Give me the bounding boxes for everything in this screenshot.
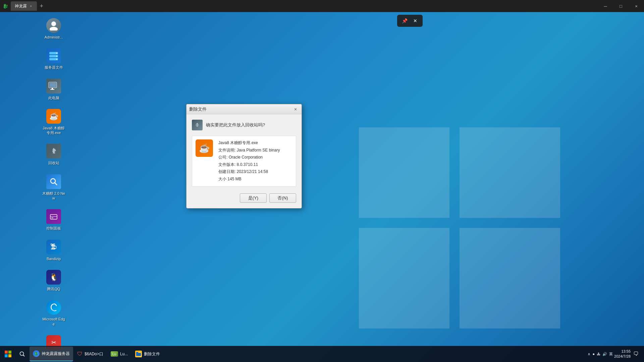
dialog-title: 删除文件 [189, 106, 292, 112]
dialog-question: 确实要把此文件放入回收站吗? [192, 120, 296, 130]
delete-file-dialog: 删除文件 × 确实要把此文件放入回收站吗? ☕ Jav [186, 104, 302, 208]
file-name: Java8 木糖醇专用.exe [218, 139, 280, 147]
dialog-titlebar: 删除文件 × [186, 104, 302, 114]
file-created: 创建日期: 2023/12/21 14:58 [218, 168, 280, 176]
file-description: 文件说明: Java Platform SE binary [218, 147, 280, 154]
no-button[interactable]: 否(N) [269, 193, 296, 203]
file-company: 公司: Oracle Corporation [218, 154, 280, 161]
dialog-overlay: 删除文件 × 确实要把此文件放入回收站吗? ☕ Jav [0, 0, 644, 362]
file-version: 文件版本: 8.0.3710.11 [218, 161, 280, 169]
dialog-body: 确实要把此文件放入回收站吗? ☕ Java8 木糖醇专用.exe 文件说明: J… [186, 114, 302, 208]
dialog-close-btn[interactable]: × [292, 106, 299, 113]
yes-button[interactable]: 是(Y) [240, 193, 267, 203]
file-java-icon: ☕ [196, 139, 213, 157]
desktop: 🐉 神龙露 × + ─ □ × 📌 ✕ [0, 0, 644, 362]
file-size: 大小 145 MB [218, 176, 280, 183]
recycle-icon-small [192, 120, 203, 130]
dialog-buttons: 是(Y) 否(N) [192, 193, 296, 203]
dialog-question-text: 确实要把此文件放入回收站吗? [206, 122, 265, 128]
file-details: Java8 木糖醇专用.exe 文件说明: Java Platform SE b… [218, 139, 280, 183]
dialog-file-info: ☕ Java8 木糖醇专用.exe 文件说明: Java Platform SE… [192, 136, 296, 187]
